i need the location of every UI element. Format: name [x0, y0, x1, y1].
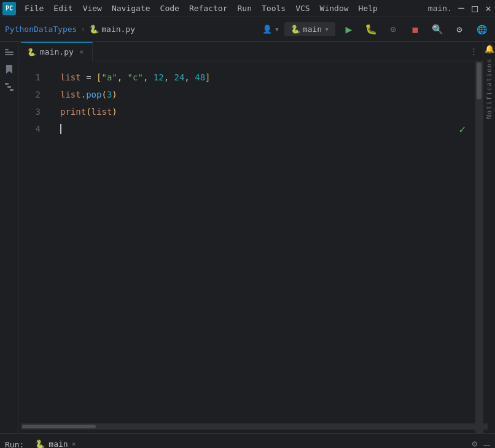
chevron-down-icon: ▾ — [324, 25, 329, 34]
structure-icon[interactable] — [1, 79, 17, 95]
breadcrumb-project[interactable]: PythonDataTypes — [5, 25, 77, 34]
run-tab-label: main — [49, 439, 68, 448]
project-icon[interactable] — [1, 44, 17, 60]
close-button[interactable]: ✕ — [484, 4, 493, 13]
code-token: pop — [86, 86, 101, 103]
breadcrumb-file: main.py — [101, 25, 135, 34]
svg-rect-4 — [7, 86, 11, 88]
notifications-label[interactable]: Notifications — [485, 58, 493, 119]
code-line-4 — [55, 120, 483, 137]
profile-btn[interactable]: 👤 ▾ — [262, 25, 279, 34]
run-button[interactable]: ▶ — [340, 21, 357, 38]
menu-vcs[interactable]: VCS — [290, 2, 314, 14]
context-label: main. — [428, 4, 452, 13]
line-num-1: 1 — [18, 69, 50, 86]
python-icon: 🐍 — [290, 25, 300, 34]
breadcrumb: PythonDataTypes › 🐍 main.py — [5, 25, 135, 34]
stop-button[interactable]: ■ — [407, 21, 424, 38]
toolbar: PythonDataTypes › 🐍 main.py 👤 ▾ 🐍 main ▾… — [0, 17, 495, 42]
menu-code[interactable]: Code — [155, 2, 184, 14]
code-area[interactable]: list = [ "a" , "c" , 12 , 24 , 48 ] l — [55, 61, 483, 433]
app-icon: PC — [2, 2, 16, 15]
code-token: list — [60, 86, 81, 103]
menu-help[interactable]: Help — [354, 2, 383, 14]
scrollbar-thumb[interactable] — [477, 63, 481, 99]
notifications-sidebar: 🔔 Notifications — [483, 42, 495, 433]
code-token: 12 — [154, 69, 164, 86]
debug-button[interactable]: 🐛 — [362, 21, 380, 38]
code-token: "a" — [101, 69, 117, 86]
code-line-3: print ( list ) — [55, 103, 483, 120]
code-token: 24 — [174, 69, 184, 86]
close-tab-button[interactable]: × — [77, 48, 86, 56]
editor-content[interactable]: 1 2 3 4 list = [ "a" , "c" , 12 , 24 — [18, 61, 483, 433]
file-icon: 🐍 — [89, 25, 99, 34]
run-tab-bar: Run: 🐍 main × ⚙ — — [0, 434, 495, 448]
code-token: , — [143, 69, 154, 86]
line-num-3: 3 — [18, 103, 50, 120]
run-settings-icon[interactable]: ⚙ — [472, 438, 477, 448]
code-token: = — [81, 69, 96, 86]
window-controls: ─ □ ✕ — [457, 4, 493, 13]
maximize-button[interactable]: □ — [470, 4, 479, 13]
breadcrumb-file-container[interactable]: 🐍 main.py — [89, 25, 135, 34]
run-tab-icons: ⚙ — — [472, 438, 490, 448]
code-token: ( — [86, 103, 91, 120]
search-button[interactable]: 🔍 — [429, 21, 446, 38]
code-token: ) — [112, 103, 117, 120]
tab-label: main.py — [40, 47, 74, 56]
menu-refactor[interactable]: Refactor — [184, 2, 233, 14]
line-num-2: 2 — [18, 86, 50, 103]
menu-view[interactable]: View — [78, 2, 107, 14]
code-token: 3 — [107, 86, 112, 103]
code-token: [ — [96, 69, 101, 86]
menu-navigate[interactable]: Navigate — [107, 2, 155, 14]
code-token: , — [164, 69, 174, 86]
menu-tools[interactable]: Tools — [257, 2, 290, 14]
text-cursor — [60, 124, 61, 134]
run-label: Run: — [5, 440, 24, 448]
line-numbers: 1 2 3 4 — [18, 61, 55, 433]
tab-main-py[interactable]: 🐍 main.py × — [21, 42, 93, 61]
menu-window[interactable]: Window — [315, 2, 354, 14]
run-minimize-icon[interactable]: — — [483, 438, 490, 448]
svg-rect-0 — [5, 49, 9, 50]
code-token: list — [92, 103, 112, 120]
code-token: print — [60, 103, 86, 120]
svg-rect-5 — [10, 89, 14, 91]
tab-options-button[interactable]: ⋮ — [467, 44, 480, 58]
code-token: , — [117, 69, 128, 86]
run-tab-icon: 🐍 — [35, 439, 45, 448]
editor-scrollbar[interactable] — [475, 61, 483, 433]
code-token: ( — [101, 86, 106, 103]
menu-bar: PC File Edit View Navigate Code Refactor… — [0, 0, 495, 17]
minimize-button[interactable]: ─ — [457, 4, 466, 13]
editor-container: 🐍 main.py × ⋮ 1 2 3 4 list = [ — [18, 42, 483, 433]
code-token: ) — [112, 86, 117, 103]
menu-run[interactable]: Run — [233, 2, 257, 14]
notifications-bell-icon[interactable]: 🔔 — [485, 44, 494, 53]
code-token: "c" — [128, 69, 143, 86]
tab-options: ⋮ — [467, 44, 480, 58]
toolbar-right: 👤 ▾ 🐍 main ▾ ▶ 🐛 ⊙ ■ 🔍 ⚙ 🌐 — [262, 21, 490, 38]
svg-rect-1 — [5, 52, 14, 53]
line-num-4: 4 — [18, 120, 50, 137]
main-layout: 🐍 main.py × ⋮ 1 2 3 4 list = [ — [0, 42, 495, 433]
coverage-button[interactable]: ⊙ — [384, 21, 402, 38]
menu-file[interactable]: File — [20, 2, 49, 14]
help-button[interactable]: 🌐 — [473, 21, 490, 38]
branch-button[interactable]: 🐍 main ▾ — [284, 22, 335, 36]
bookmarks-icon[interactable] — [1, 61, 17, 77]
run-tab-main[interactable]: 🐍 main × — [29, 434, 82, 449]
settings-button[interactable]: ⚙ — [451, 21, 468, 38]
code-line-1: list = [ "a" , "c" , 12 , 24 , 48 ] — [55, 69, 483, 86]
code-token: . — [81, 86, 86, 103]
run-close-button[interactable]: × — [72, 440, 76, 448]
code-token: ] — [205, 69, 210, 86]
checkmark-icon: ✓ — [459, 123, 466, 136]
svg-rect-3 — [5, 83, 9, 85]
code-token: list — [60, 69, 81, 86]
tab-file-icon: 🐍 — [27, 48, 36, 56]
menu-edit[interactable]: Edit — [49, 2, 77, 14]
breadcrumb-sep: › — [80, 25, 85, 34]
